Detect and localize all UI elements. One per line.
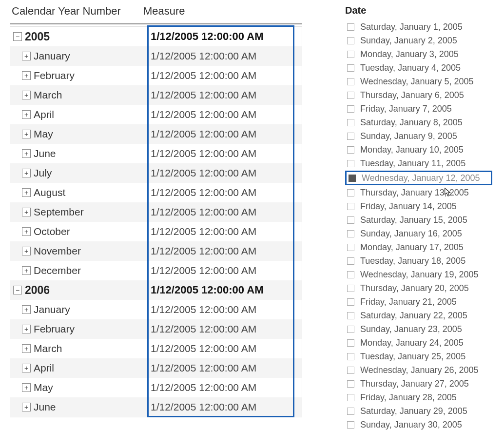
expand-icon[interactable]	[22, 266, 31, 275]
checkbox-icon[interactable]	[347, 203, 354, 210]
matrix-row[interactable]: February1/12/2005 12:00:00 AM	[10, 66, 302, 85]
matrix-row[interactable]: February1/12/2005 12:00:00 AM	[10, 319, 302, 339]
expand-icon[interactable]	[22, 403, 31, 411]
matrix-row[interactable]: May1/12/2005 12:00:00 AM	[10, 378, 302, 397]
matrix-row[interactable]: January1/12/2005 12:00:00 AM	[10, 46, 302, 66]
slicer-item[interactable]: Monday, January 3, 2005	[345, 47, 492, 61]
checkbox-icon[interactable]	[347, 353, 354, 360]
checkbox-icon[interactable]	[347, 51, 354, 58]
slicer-item[interactable]: Monday, January 10, 2005	[345, 143, 492, 156]
matrix-row[interactable]: March1/12/2005 12:00:00 AM	[10, 339, 302, 358]
matrix-row[interactable]: January1/12/2005 12:00:00 AM	[10, 300, 302, 319]
checkbox-icon[interactable]	[347, 271, 354, 278]
expand-icon[interactable]	[22, 325, 31, 333]
slicer-item[interactable]: Wednesday, January 5, 2005	[345, 75, 492, 88]
expand-icon[interactable]	[22, 208, 31, 216]
expand-icon[interactable]	[22, 188, 31, 197]
slicer-item[interactable]: Tuesday, January 4, 2005	[345, 61, 492, 75]
slicer-item[interactable]: Monday, January 24, 2005	[345, 336, 492, 350]
expand-icon[interactable]	[22, 169, 31, 177]
matrix-row[interactable]: 20061/12/2005 12:00:00 AM	[10, 280, 302, 300]
expand-icon[interactable]	[22, 227, 31, 236]
matrix-row[interactable]: November1/12/2005 12:00:00 AM	[10, 241, 302, 261]
slicer-item[interactable]: Friday, January 7, 2005	[345, 102, 492, 116]
slicer-item[interactable]: Sunday, January 23, 2005	[345, 322, 492, 336]
matrix-row[interactable]: 20051/12/2005 12:00:00 AM	[10, 27, 302, 46]
slicer-item[interactable]: Friday, January 21, 2005	[345, 295, 492, 309]
checkbox-icon[interactable]	[347, 160, 354, 167]
matrix-row[interactable]: August1/12/2005 12:00:00 AM	[10, 183, 302, 202]
checkbox-icon[interactable]	[347, 408, 354, 415]
checkbox-icon[interactable]	[347, 298, 354, 306]
checkbox-icon[interactable]	[347, 37, 354, 44]
matrix-row[interactable]: April1/12/2005 12:00:00 AM	[10, 105, 302, 124]
checkbox-icon[interactable]	[347, 244, 354, 251]
checkbox-icon[interactable]	[347, 394, 354, 401]
slicer-item[interactable]: Sunday, January 30, 2005	[345, 418, 492, 430]
collapse-icon[interactable]	[13, 32, 22, 41]
expand-icon[interactable]	[22, 91, 31, 99]
checkbox-icon[interactable]	[347, 339, 354, 347]
checkbox-icon[interactable]	[347, 189, 354, 196]
checkbox-icon[interactable]	[347, 230, 354, 237]
checkbox-icon[interactable]	[347, 119, 354, 126]
slicer-item[interactable]: Friday, January 28, 2005	[345, 391, 492, 404]
slicer-item[interactable]: Saturday, January 1, 2005	[345, 20, 492, 34]
slicer-item[interactable]: Saturday, January 29, 2005	[345, 404, 492, 418]
slicer-item[interactable]: Sunday, January 9, 2005	[345, 129, 492, 143]
checkbox-icon[interactable]	[347, 326, 354, 333]
collapse-icon[interactable]	[13, 286, 22, 294]
expand-icon[interactable]	[22, 149, 31, 158]
slicer-item[interactable]: Friday, January 14, 2005	[345, 199, 492, 213]
matrix-row[interactable]: June1/12/2005 12:00:00 AM	[10, 397, 302, 417]
slicer-item[interactable]: Wednesday, January 19, 2005	[345, 268, 492, 281]
matrix-row[interactable]: June1/12/2005 12:00:00 AM	[10, 144, 302, 163]
slicer-item[interactable]: Sunday, January 2, 2005	[345, 34, 492, 47]
matrix-row[interactable]: March1/12/2005 12:00:00 AM	[10, 85, 302, 105]
checkbox-icon[interactable]	[347, 64, 354, 72]
checkbox-icon[interactable]	[347, 380, 354, 388]
checkbox-icon[interactable]	[347, 285, 354, 292]
expand-icon[interactable]	[22, 344, 31, 353]
slicer-item[interactable]: Wednesday, January 26, 2005	[345, 363, 492, 377]
checkbox-icon[interactable]	[347, 367, 354, 374]
checkbox-icon[interactable]	[347, 92, 354, 99]
checkbox-icon[interactable]	[347, 146, 354, 154]
checkbox-icon[interactable]	[347, 78, 354, 85]
slicer-item[interactable]: Thursday, January 20, 2005	[345, 281, 492, 295]
slicer-item[interactable]: Thursday, January 13, 2005	[345, 186, 492, 199]
expand-icon[interactable]	[22, 110, 31, 119]
expand-icon[interactable]	[22, 247, 31, 255]
checkbox-icon[interactable]	[347, 421, 354, 429]
slicer-item[interactable]: Wednesday, January 12, 2005	[345, 171, 492, 185]
checkbox-icon[interactable]	[347, 105, 354, 113]
matrix-row[interactable]: October1/12/2005 12:00:00 AM	[10, 222, 302, 241]
matrix-row[interactable]: September1/12/2005 12:00:00 AM	[10, 202, 302, 222]
slicer-item[interactable]: Tuesday, January 18, 2005	[345, 254, 492, 268]
matrix-row[interactable]: December1/12/2005 12:00:00 AM	[10, 261, 302, 280]
slicer-item[interactable]: Monday, January 17, 2005	[345, 240, 492, 254]
slicer-item[interactable]: Saturday, January 8, 2005	[345, 116, 492, 129]
expand-icon[interactable]	[22, 130, 31, 138]
matrix-row[interactable]: April1/12/2005 12:00:00 AM	[10, 358, 302, 378]
checkbox-icon[interactable]	[347, 312, 354, 319]
slicer-item[interactable]: Saturday, January 15, 2005	[345, 213, 492, 227]
expand-icon[interactable]	[22, 364, 31, 372]
expand-icon[interactable]	[22, 305, 31, 314]
expand-icon[interactable]	[22, 52, 31, 60]
slicer-item[interactable]: Tuesday, January 25, 2005	[345, 350, 492, 363]
matrix-row[interactable]: May1/12/2005 12:00:00 AM	[10, 124, 302, 144]
checkbox-icon[interactable]	[347, 133, 354, 140]
slicer-item[interactable]: Saturday, January 22, 2005	[345, 309, 492, 322]
slicer-item[interactable]: Thursday, January 6, 2005	[345, 88, 492, 102]
checkbox-icon[interactable]	[347, 257, 354, 265]
expand-icon[interactable]	[22, 71, 31, 80]
checkbox-icon[interactable]	[347, 23, 354, 31]
matrix-row[interactable]: July1/12/2005 12:00:00 AM	[10, 163, 302, 183]
slicer-item[interactable]: Sunday, January 16, 2005	[345, 227, 492, 240]
checkbox-icon[interactable]	[347, 216, 354, 224]
slicer-item[interactable]: Thursday, January 27, 2005	[345, 377, 492, 391]
checkbox-icon[interactable]	[349, 175, 356, 182]
slicer-item[interactable]: Tuesday, January 11, 2005	[345, 156, 492, 170]
expand-icon[interactable]	[22, 383, 31, 392]
